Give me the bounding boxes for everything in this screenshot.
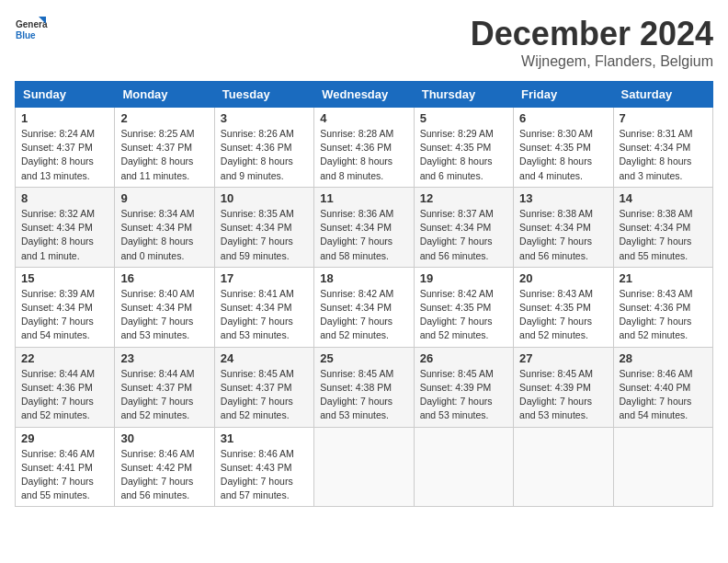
day-info-28: Sunrise: 8:46 AM Sunset: 4:40 PM Dayligh…	[620, 367, 707, 423]
header-friday: Friday	[514, 82, 613, 108]
day-cell-21: 21 Sunrise: 8:43 AM Sunset: 4:36 PM Dayl…	[613, 267, 712, 347]
day-cell-29: 29 Sunrise: 8:46 AM Sunset: 4:41 PM Dayl…	[16, 427, 115, 507]
day-cell-23: 23 Sunrise: 8:44 AM Sunset: 4:37 PM Dayl…	[115, 347, 214, 427]
day-cell-20: 20 Sunrise: 8:43 AM Sunset: 4:35 PM Dayl…	[514, 267, 613, 347]
empty-cell-4-4	[414, 427, 513, 507]
day-number-6: 6	[519, 111, 607, 125]
day-number-2: 2	[120, 111, 208, 125]
day-number-22: 22	[21, 351, 108, 365]
day-number-21: 21	[620, 271, 707, 285]
day-info-27: Sunrise: 8:45 AM Sunset: 4:39 PM Dayligh…	[519, 367, 607, 423]
day-number-27: 27	[519, 351, 607, 365]
header-wednesday: Wednesday	[314, 82, 414, 108]
day-number-23: 23	[120, 351, 208, 365]
day-info-24: Sunrise: 8:45 AM Sunset: 4:37 PM Dayligh…	[221, 367, 308, 423]
day-info-26: Sunrise: 8:45 AM Sunset: 4:39 PM Dayligh…	[420, 367, 507, 423]
header-tuesday: Tuesday	[214, 82, 313, 108]
day-cell-27: 27 Sunrise: 8:45 AM Sunset: 4:39 PM Dayl…	[514, 347, 613, 427]
day-number-30: 30	[120, 431, 208, 445]
day-info-9: Sunrise: 8:34 AM Sunset: 4:34 PM Dayligh…	[120, 207, 208, 263]
day-cell-19: 19 Sunrise: 8:42 AM Sunset: 4:35 PM Dayl…	[414, 267, 513, 347]
day-number-8: 8	[21, 191, 108, 205]
day-number-12: 12	[420, 191, 507, 205]
day-cell-4: 4 Sunrise: 8:28 AM Sunset: 4:36 PM Dayli…	[314, 108, 414, 188]
day-number-10: 10	[221, 191, 308, 205]
day-info-15: Sunrise: 8:39 AM Sunset: 4:34 PM Dayligh…	[21, 287, 108, 343]
day-cell-17: 17 Sunrise: 8:41 AM Sunset: 4:34 PM Dayl…	[214, 267, 313, 347]
day-info-25: Sunrise: 8:45 AM Sunset: 4:38 PM Dayligh…	[320, 367, 407, 423]
day-info-31: Sunrise: 8:46 AM Sunset: 4:43 PM Dayligh…	[221, 447, 308, 503]
header-saturday: Saturday	[613, 82, 712, 108]
header: General Blue December 2024 Wijnegem, Fla…	[15, 15, 713, 70]
day-cell-18: 18 Sunrise: 8:42 AM Sunset: 4:34 PM Dayl…	[314, 267, 414, 347]
day-info-20: Sunrise: 8:43 AM Sunset: 4:35 PM Dayligh…	[519, 287, 607, 343]
week-row-3: 15 Sunrise: 8:39 AM Sunset: 4:34 PM Dayl…	[16, 267, 713, 347]
day-cell-10: 10 Sunrise: 8:35 AM Sunset: 4:34 PM Dayl…	[214, 187, 313, 267]
day-cell-5: 5 Sunrise: 8:29 AM Sunset: 4:35 PM Dayli…	[414, 108, 513, 188]
day-cell-30: 30 Sunrise: 8:46 AM Sunset: 4:42 PM Dayl…	[115, 427, 214, 507]
day-cell-22: 22 Sunrise: 8:44 AM Sunset: 4:36 PM Dayl…	[16, 347, 115, 427]
day-info-12: Sunrise: 8:37 AM Sunset: 4:34 PM Dayligh…	[420, 207, 507, 263]
day-cell-24: 24 Sunrise: 8:45 AM Sunset: 4:37 PM Dayl…	[214, 347, 313, 427]
day-number-9: 9	[120, 191, 208, 205]
day-cell-9: 9 Sunrise: 8:34 AM Sunset: 4:34 PM Dayli…	[115, 187, 214, 267]
logo-svg: General Blue	[15, 15, 48, 48]
day-number-28: 28	[620, 351, 707, 365]
day-cell-12: 12 Sunrise: 8:37 AM Sunset: 4:34 PM Dayl…	[414, 187, 513, 267]
day-cell-14: 14 Sunrise: 8:38 AM Sunset: 4:34 PM Dayl…	[613, 187, 712, 267]
day-cell-13: 13 Sunrise: 8:38 AM Sunset: 4:34 PM Dayl…	[514, 187, 613, 267]
day-cell-8: 8 Sunrise: 8:32 AM Sunset: 4:34 PM Dayli…	[16, 187, 115, 267]
day-info-1: Sunrise: 8:24 AM Sunset: 4:37 PM Dayligh…	[21, 127, 108, 183]
week-row-2: 8 Sunrise: 8:32 AM Sunset: 4:34 PM Dayli…	[16, 187, 713, 267]
empty-cell-4-3	[314, 427, 414, 507]
day-number-25: 25	[320, 351, 407, 365]
day-cell-11: 11 Sunrise: 8:36 AM Sunset: 4:34 PM Dayl…	[314, 187, 414, 267]
day-cell-2: 2 Sunrise: 8:25 AM Sunset: 4:37 PM Dayli…	[115, 108, 214, 188]
empty-cell-4-5	[514, 427, 613, 507]
day-cell-28: 28 Sunrise: 8:46 AM Sunset: 4:40 PM Dayl…	[613, 347, 712, 427]
day-info-4: Sunrise: 8:28 AM Sunset: 4:36 PM Dayligh…	[320, 127, 407, 183]
day-info-19: Sunrise: 8:42 AM Sunset: 4:35 PM Dayligh…	[420, 287, 507, 343]
weekday-header-row: SundayMondayTuesdayWednesdayThursdayFrid…	[16, 82, 713, 108]
title-area: December 2024 Wijnegem, Flanders, Belgiu…	[471, 15, 713, 70]
subtitle: Wijnegem, Flanders, Belgium	[471, 53, 713, 70]
day-number-29: 29	[21, 431, 108, 445]
day-number-1: 1	[21, 111, 108, 125]
day-info-7: Sunrise: 8:31 AM Sunset: 4:34 PM Dayligh…	[620, 127, 707, 183]
day-info-22: Sunrise: 8:44 AM Sunset: 4:36 PM Dayligh…	[21, 367, 108, 423]
day-info-14: Sunrise: 8:38 AM Sunset: 4:34 PM Dayligh…	[620, 207, 707, 263]
day-cell-26: 26 Sunrise: 8:45 AM Sunset: 4:39 PM Dayl…	[414, 347, 513, 427]
day-cell-7: 7 Sunrise: 8:31 AM Sunset: 4:34 PM Dayli…	[613, 108, 712, 188]
day-cell-16: 16 Sunrise: 8:40 AM Sunset: 4:34 PM Dayl…	[115, 267, 214, 347]
day-number-19: 19	[420, 271, 507, 285]
week-row-4: 22 Sunrise: 8:44 AM Sunset: 4:36 PM Dayl…	[16, 347, 713, 427]
header-thursday: Thursday	[414, 82, 513, 108]
svg-text:Blue: Blue	[16, 30, 36, 40]
day-info-17: Sunrise: 8:41 AM Sunset: 4:34 PM Dayligh…	[221, 287, 308, 343]
day-info-11: Sunrise: 8:36 AM Sunset: 4:34 PM Dayligh…	[320, 207, 407, 263]
day-info-10: Sunrise: 8:35 AM Sunset: 4:34 PM Dayligh…	[221, 207, 308, 263]
day-number-11: 11	[320, 191, 407, 205]
day-info-6: Sunrise: 8:30 AM Sunset: 4:35 PM Dayligh…	[519, 127, 607, 183]
day-info-5: Sunrise: 8:29 AM Sunset: 4:35 PM Dayligh…	[420, 127, 507, 183]
day-info-2: Sunrise: 8:25 AM Sunset: 4:37 PM Dayligh…	[120, 127, 208, 183]
day-number-4: 4	[320, 111, 407, 125]
day-number-20: 20	[519, 271, 607, 285]
day-number-15: 15	[21, 271, 108, 285]
day-cell-6: 6 Sunrise: 8:30 AM Sunset: 4:35 PM Dayli…	[514, 108, 613, 188]
empty-cell-4-6	[613, 427, 712, 507]
day-number-13: 13	[519, 191, 607, 205]
logo: General Blue	[15, 15, 48, 48]
day-info-16: Sunrise: 8:40 AM Sunset: 4:34 PM Dayligh…	[120, 287, 208, 343]
day-info-30: Sunrise: 8:46 AM Sunset: 4:42 PM Dayligh…	[120, 447, 208, 503]
day-cell-15: 15 Sunrise: 8:39 AM Sunset: 4:34 PM Dayl…	[16, 267, 115, 347]
calendar-body: 1 Sunrise: 8:24 AM Sunset: 4:37 PM Dayli…	[16, 108, 713, 507]
day-info-3: Sunrise: 8:26 AM Sunset: 4:36 PM Dayligh…	[221, 127, 308, 183]
day-number-5: 5	[420, 111, 507, 125]
day-cell-3: 3 Sunrise: 8:26 AM Sunset: 4:36 PM Dayli…	[214, 108, 313, 188]
day-number-17: 17	[221, 271, 308, 285]
day-number-7: 7	[620, 111, 707, 125]
day-info-8: Sunrise: 8:32 AM Sunset: 4:34 PM Dayligh…	[21, 207, 108, 263]
day-info-29: Sunrise: 8:46 AM Sunset: 4:41 PM Dayligh…	[21, 447, 108, 503]
day-cell-25: 25 Sunrise: 8:45 AM Sunset: 4:38 PM Dayl…	[314, 347, 414, 427]
